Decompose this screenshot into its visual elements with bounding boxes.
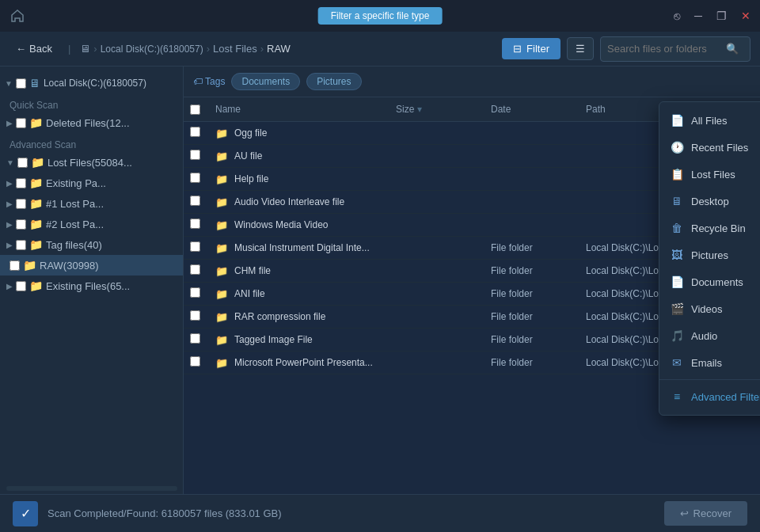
home-icon[interactable]	[10, 8, 25, 24]
pictures-tag[interactable]: Pictures	[306, 73, 361, 90]
filter-lost-files[interactable]: 📋 Lost Files	[659, 161, 760, 188]
row-name-cell: 📁ANI file	[209, 288, 390, 300]
deleted-files-checkbox[interactable]	[16, 118, 26, 128]
existing-pa-checkbox[interactable]	[16, 178, 26, 188]
sidebar-2nd-lost-pa[interactable]: ▶ 📁 #2 Lost Pa...	[0, 214, 183, 234]
sidebar-1st-lost-pa[interactable]: ▶ 📁 #1 Lost Pa...	[0, 193, 183, 214]
sidebar-raw[interactable]: 📁 RAW(30998)	[0, 255, 183, 276]
view-options-button[interactable]: ☰	[567, 37, 594, 60]
row-checkbox[interactable]	[190, 196, 200, 206]
row-type-cell: File folder	[484, 242, 580, 253]
row-checkbox[interactable]	[190, 173, 200, 183]
filter-recent-files[interactable]: 🕐 Recent Files	[659, 134, 760, 161]
folder-icon: 📁	[31, 156, 44, 169]
search-box: 🔍	[600, 36, 750, 62]
nav-bar: ← Back | 🖥 › Local Disk(C:)(6180057) › L…	[0, 32, 760, 66]
pictures-icon: 🖼	[671, 249, 683, 261]
breadcrumb-lostfiles[interactable]: Lost Files	[213, 43, 257, 55]
row-checkbox[interactable]	[190, 333, 200, 344]
tag-files-checkbox[interactable]	[16, 240, 26, 250]
documents-tag[interactable]: Documents	[231, 73, 300, 90]
filter-recycle-bin-label: Recycle Bin	[691, 222, 746, 234]
filter-all-files[interactable]: 📄 All Files ✓	[659, 107, 760, 134]
filter-videos[interactable]: 🎬 Videos	[659, 295, 760, 322]
row-checkbox-cell	[184, 241, 209, 254]
filter-lost-files-label: Lost Files	[691, 169, 735, 180]
row-name-cell: 📁RAR compression file	[209, 311, 390, 323]
filter-documents[interactable]: 📄 Documents	[659, 268, 760, 295]
row-name-cell: 📁Ogg file	[209, 127, 390, 139]
back-button[interactable]: ← Back	[10, 40, 59, 58]
restore-icon[interactable]: ❐	[716, 10, 727, 22]
nav-separator: |	[68, 43, 70, 55]
main-layout: ▼ 🖥 Local Disk(C:)(6180057) Quick Scan ▶…	[0, 66, 760, 494]
filter-audio-label: Audio	[691, 330, 717, 342]
share-icon[interactable]: ⎋	[674, 10, 680, 22]
row-checkbox[interactable]	[190, 241, 200, 252]
sidebar-tag-files[interactable]: ▶ 📁 Tag files(40)	[0, 234, 183, 255]
filter-button-label: Filter	[526, 43, 549, 55]
row-type-cell: File folder	[484, 265, 580, 276]
col-header-size[interactable]: Size ▾	[390, 104, 484, 115]
search-icon[interactable]: 🔍	[726, 43, 739, 55]
filter-recycle-bin[interactable]: 🗑 Recycle Bin	[659, 215, 760, 241]
filter-documents-label: Documents	[691, 276, 743, 288]
folder-icon: 📁	[215, 196, 228, 208]
existing-files-checkbox[interactable]	[16, 281, 26, 291]
tags-bar: 🏷 Tags Documents Pictures	[184, 66, 760, 97]
row-checkbox[interactable]	[190, 356, 200, 367]
localdisk-checkbox[interactable]	[16, 78, 26, 89]
existing-pa-label: Existing Pa...	[46, 177, 106, 189]
filter-button[interactable]: ⊟ Filter	[502, 38, 560, 59]
sidebar-existing-files[interactable]: ▶ 📁 Existing Files(65...	[0, 276, 183, 296]
name-col-label: Name	[215, 104, 241, 115]
quick-scan-label: Quick Scan	[0, 97, 183, 112]
search-input[interactable]	[607, 43, 726, 55]
recover-label: Recover	[694, 507, 732, 519]
row-checkbox-cell	[184, 150, 209, 162]
filter-audio[interactable]: 🎵 Audio	[659, 322, 760, 349]
sidebar-existing-pa[interactable]: ▶ 📁 Existing Pa...	[0, 173, 183, 193]
raw-checkbox[interactable]	[10, 260, 20, 271]
col-header-name[interactable]: Name	[209, 104, 390, 115]
filter-all-files-label: All Files	[691, 115, 728, 127]
filter-emails[interactable]: ✉ Emails	[659, 349, 760, 376]
folder-icon: 📁	[29, 279, 43, 292]
row-checkbox[interactable]	[190, 218, 200, 229]
row-checkbox[interactable]	[190, 127, 200, 137]
sidebar-lost-files[interactable]: ▼ 📁 Lost Files(55084...	[0, 152, 183, 173]
breadcrumb-localdisk[interactable]: Local Disk(C:)(6180057)	[101, 44, 203, 55]
folder-icon: 📁	[215, 334, 228, 346]
row-name: Tagged Image File	[234, 334, 313, 345]
folder-icon: 📁	[215, 127, 228, 139]
row-checkbox[interactable]	[190, 150, 200, 160]
row-checkbox[interactable]	[190, 287, 200, 298]
filter-icon: ⊟	[513, 43, 522, 55]
lost-files-checkbox[interactable]	[17, 158, 28, 168]
breadcrumb-raw: RAW	[267, 43, 291, 55]
filter-pictures[interactable]: 🖼 Pictures	[659, 241, 760, 268]
advanced-scan-label: Advanced Scan	[0, 136, 183, 152]
2nd-lost-pa-checkbox[interactable]	[16, 219, 26, 230]
row-checkbox[interactable]	[190, 264, 200, 275]
recover-button[interactable]: ↩ Recover	[664, 501, 747, 526]
row-name: Help file	[234, 173, 268, 184]
row-name-cell: 📁Windows Media Video	[209, 219, 390, 231]
sidebar-deleted-files[interactable]: ▶ 📁 Deleted Files(12...	[0, 112, 183, 133]
col-header-date[interactable]: Date	[484, 104, 580, 115]
folder-icon: 📁	[29, 238, 43, 251]
sidebar-local-disk[interactable]: ▼ 🖥 Local Disk(C:)(6180057)	[0, 73, 183, 93]
row-checkbox[interactable]	[190, 310, 200, 321]
folder-icon: 📁	[215, 219, 228, 231]
filter-advanced[interactable]: ≡ Advanced Filter	[659, 383, 760, 410]
row-name-cell: 📁CHM file	[209, 265, 390, 277]
audio-icon: 🎵	[671, 329, 683, 342]
1st-lost-pa-checkbox[interactable]	[16, 199, 26, 209]
close-icon[interactable]: ✕	[741, 10, 750, 22]
col-header-check	[184, 104, 209, 115]
1st-lost-pa-label: #1 Lost Pa...	[46, 198, 104, 210]
filter-desktop[interactable]: 🖥 Desktop	[659, 188, 760, 215]
select-all-checkbox[interactable]	[190, 104, 200, 115]
status-icon-box: ✓	[13, 501, 38, 526]
minimize-icon[interactable]: ─	[694, 10, 702, 22]
